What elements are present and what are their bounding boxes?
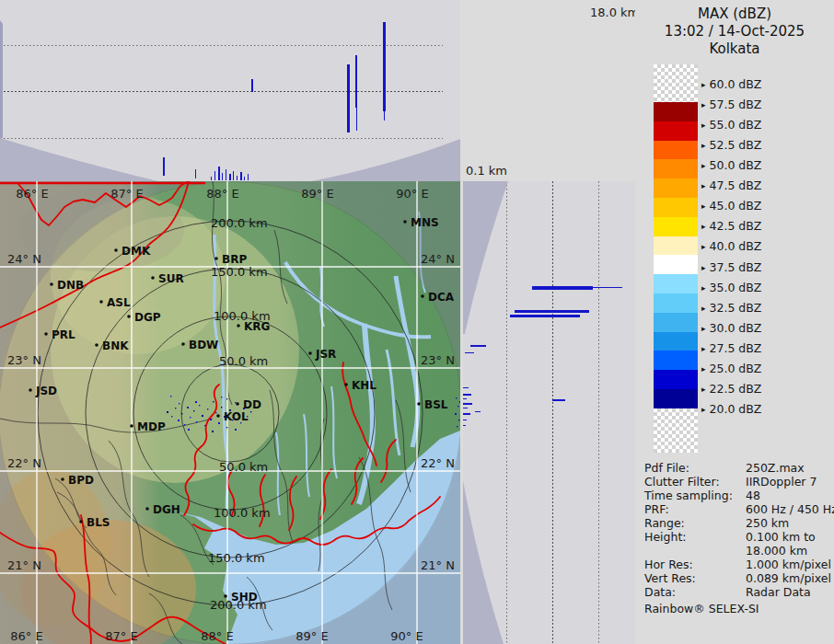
right-profile-echo-bar: [475, 411, 481, 412]
metadata-value: IIRDoppler 7: [746, 475, 817, 489]
range-ring-label: 50.0 km: [219, 354, 268, 368]
right-profile-echo-bar: [463, 398, 467, 399]
station-dot-DNB: [50, 282, 53, 286]
echo-pixel: [226, 427, 227, 428]
metadata-row: Height:0.100 km to: [644, 530, 834, 544]
scan-metadata: Pdf File:250Z.maxClutter Filter:IIRDoppl…: [644, 461, 834, 615]
beam-blockage-wedge: [0, 138, 158, 181]
beam-blockage-wedge: [0, 20, 3, 138]
longitude-label-bottom: 88° E: [201, 629, 233, 643]
legend-band: [654, 159, 698, 178]
echo-pixel: [193, 410, 194, 411]
station-label-ASL: ASL: [107, 296, 131, 309]
echo-pixel: [196, 421, 197, 422]
top-profile-echo-bar: [233, 171, 234, 180]
legend-band-transparent: [654, 408, 698, 453]
metadata-value: 0.089 km/pixel: [746, 571, 831, 585]
station-dot-BPD: [61, 477, 64, 481]
station-dot-BNK: [95, 343, 98, 347]
echo-pixel: [212, 431, 214, 432]
range-ring-label: 100.0 km: [214, 309, 271, 323]
range-ring-label: 200.0 km: [210, 598, 267, 612]
metadata-row: Vert Res:0.089 km/pixel: [644, 571, 834, 585]
echo-pixel: [202, 415, 203, 417]
echo-pixel: [456, 397, 457, 398]
legend-label: ▸37.5 dBZ: [701, 260, 761, 274]
legend-label: ▸57.5 dBZ: [701, 98, 761, 111]
station-label-DNB: DNB: [57, 279, 84, 292]
right-profile-echo-bar: [552, 399, 565, 401]
station-label-SUR: SUR: [158, 272, 184, 285]
top-profile-echo-bar: [356, 108, 357, 131]
legend-tick-arrow-icon: ▸: [701, 263, 706, 272]
legend-label: ▸27.5 dBZ: [701, 341, 761, 355]
station-label-JSR: JSR: [315, 348, 336, 361]
legend-band: [654, 351, 698, 370]
legend-band: [654, 141, 698, 160]
legend-tick-arrow-icon: ▸: [701, 141, 706, 150]
station-label-DCA: DCA: [428, 291, 455, 304]
range-ring-label: 50.0 km: [219, 460, 268, 474]
top-height-profile-panel[interactable]: [0, 0, 460, 181]
range-ring-label: 150.0 km: [208, 551, 265, 565]
echo-pixel: [218, 422, 220, 424]
echo-pixel: [195, 401, 197, 403]
right-profile-echo-bar: [465, 352, 474, 353]
metadata-row: Time sampling:48: [644, 489, 834, 502]
longitude-label-top: 88° E: [206, 187, 238, 201]
right-profile-echo-bar: [532, 286, 593, 290]
echo-pixel: [181, 413, 182, 414]
metadata-value: 48: [746, 489, 760, 502]
station-label-JSD: JSD: [35, 385, 57, 397]
station-label-BNK: BNK: [102, 339, 129, 352]
legend-band: [654, 293, 698, 313]
legend-label: ▸42.5 dBZ: [701, 219, 761, 233]
echo-pixel: [171, 416, 172, 417]
station-dot-KHL: [344, 383, 348, 386]
echo-pixel: [235, 429, 237, 431]
metadata-value: Radar Data: [746, 585, 811, 599]
beam-blockage-wedge: [463, 480, 504, 644]
legend-band: [654, 121, 698, 141]
station-dot-DD: [236, 402, 239, 406]
metadata-row: PRF:600 Hz / 450 Hz: [644, 502, 834, 516]
echo-pixel: [190, 417, 191, 418]
metadata-row: Data:Radar Data: [644, 585, 834, 599]
top-profile-echo-bar: [383, 22, 386, 111]
legend-band-transparent: [654, 64, 698, 102]
echo-pixel: [199, 405, 200, 406]
legend-tick-arrow-icon: ▸: [701, 324, 706, 333]
station-label-DD: DD: [243, 398, 261, 411]
metadata-label: Clutter Filter:: [644, 475, 720, 489]
right-height-profile-panel[interactable]: [463, 181, 635, 644]
legend-label: ▸22.5 dBZ: [701, 382, 761, 396]
right-profile-echo-bar: [463, 420, 467, 420]
echo-pixel: [235, 402, 236, 403]
range-ring-label: 150.0 km: [211, 265, 268, 279]
station-dot-JSD: [29, 388, 32, 392]
echo-pixel: [213, 401, 214, 402]
latitude-label-left: 24° N: [7, 252, 41, 266]
metadata-label: Vert Res:: [644, 571, 696, 585]
station-label-KOL: KOL: [224, 410, 249, 423]
station-dot-KRG: [237, 324, 240, 328]
legend-band: [654, 198, 698, 217]
top-profile-echo-bar: [240, 172, 242, 180]
longitude-label-bottom: 89° E: [295, 629, 328, 643]
station-dot-BSL: [417, 402, 421, 406]
legend-tick-arrow-icon: ▸: [701, 304, 706, 313]
echo-pixel: [210, 419, 212, 420]
radar-map[interactable]: MNSDMKBRPSURDNBDCAASLDGPKRGPRLBNKBDWJSRJ…: [0, 181, 460, 644]
legend-label: ▸25.0 dBZ: [701, 362, 761, 375]
right-profile-echo-bar: [463, 394, 471, 396]
station-label-BDW: BDW: [189, 339, 218, 351]
metadata-label: Height:: [644, 530, 687, 544]
top-profile-echo-bar: [229, 174, 231, 180]
echo-pixel: [184, 424, 185, 425]
right-profile-echo-bar: [470, 345, 486, 347]
metadata-label: Time sampling:: [644, 489, 733, 502]
legend-label: ▸32.5 dBZ: [701, 301, 761, 315]
height-axis-min-label: 0.1 km: [466, 164, 507, 178]
legend-tick-arrow-icon: ▸: [701, 242, 706, 251]
latitude-label-right: 23° N: [421, 353, 455, 367]
